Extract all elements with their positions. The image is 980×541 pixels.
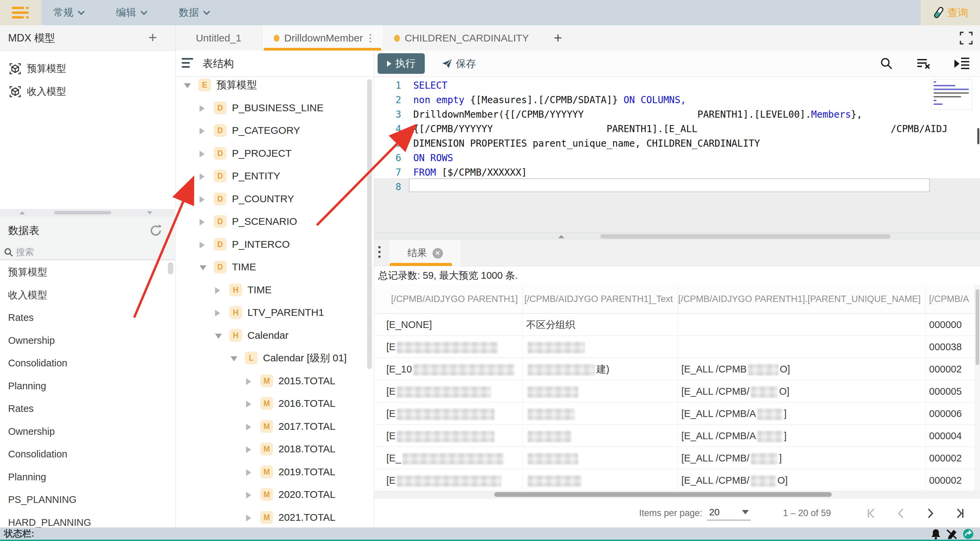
save-button[interactable]: 保存: [442, 51, 476, 77]
collapsed-arrow-icon[interactable]: [246, 469, 251, 476]
indent-format-icon[interactable]: [955, 57, 970, 70]
collapsed-arrow-icon[interactable]: [246, 401, 251, 407]
tree-node-2019.TOTAL[interactable]: M2019.TOTAL: [176, 460, 374, 483]
expanded-arrow-icon[interactable]: [231, 356, 237, 361]
code-editor[interactable]: 1SELECT2non empty {[Measures].[/CPMB/SDA…: [374, 77, 980, 232]
tree-node-Calendar[interactable]: HCalendar: [176, 324, 374, 347]
fullscreen-icon[interactable]: [959, 31, 973, 45]
tree-node-2020.TOTAL[interactable]: M2020.TOTAL: [176, 483, 374, 506]
tree-node-TIME[interactable]: HTIME: [176, 278, 374, 301]
tree-node-P_INTERCO[interactable]: DP_INTERCO: [176, 233, 374, 256]
tab-CHILDREN_CARDINALITY[interactable]: CHILDREN_CARDINALITY: [383, 25, 540, 51]
table-list-item[interactable]: 收入模型: [0, 284, 175, 306]
tab-Untitled_1[interactable]: Untitled_1: [175, 25, 262, 51]
query-button[interactable]: 查询: [921, 0, 980, 25]
next-page-icon[interactable]: [924, 508, 936, 519]
tree-node-预算模型[interactable]: E预算模型: [176, 77, 374, 96]
collapsed-arrow-icon[interactable]: [200, 196, 205, 203]
menu-1[interactable]: 常规: [53, 6, 85, 19]
tree-node-P_BUSINESS_LINE[interactable]: DP_BUSINESS_LINE: [176, 96, 374, 119]
tree-node-P_PROJECT[interactable]: DP_PROJECT: [176, 142, 374, 165]
collapsed-arrow-icon[interactable]: [215, 310, 220, 317]
table-search-input[interactable]: 搜索: [0, 245, 175, 260]
page-size-select[interactable]: 20: [707, 506, 751, 520]
menu-2[interactable]: 编辑: [116, 6, 148, 19]
collapsed-arrow-icon[interactable]: [200, 219, 205, 226]
collapsed-arrow-icon[interactable]: [200, 128, 205, 135]
column-header[interactable]: [/CPMB/AIDJYGO PARENTH1]: [374, 285, 523, 313]
editor-minimap[interactable]: [931, 79, 972, 110]
table-list-item[interactable]: HARD_PLANNING: [0, 511, 175, 528]
editor-vertical-scrollbar[interactable]: [977, 128, 979, 144]
tree-node-Calendar [级别 01][interactable]: LCalendar [级别 01]: [176, 347, 374, 369]
tree-node-2015.TOTAL[interactable]: M2015.TOTAL: [176, 369, 374, 392]
refresh-icon[interactable]: [149, 224, 162, 237]
tree-node-2016.TOTAL[interactable]: M2016.TOTAL: [176, 392, 374, 415]
tree-scrollbar[interactable]: [367, 79, 372, 369]
collapsed-arrow-icon[interactable]: [200, 151, 205, 158]
table-list-item[interactable]: Ownership: [0, 329, 175, 352]
collapse-up-icon[interactable]: [19, 212, 25, 214]
structure-menu-icon[interactable]: [182, 58, 193, 69]
column-header[interactable]: [/CPMB/AIDJYGO PARENTH1].[PARENT_UNIQUE_…: [678, 285, 926, 313]
editor-horizontal-scrollbar[interactable]: [600, 234, 890, 239]
tree-node-LTV_PARENTH1[interactable]: HLTV_PARENTH1: [176, 301, 374, 324]
results-tab[interactable]: 结果 ✕: [390, 240, 460, 266]
table-list-item[interactable]: Rates: [0, 306, 175, 329]
model-item-2[interactable]: 收入模型: [0, 80, 175, 103]
table-list-item[interactable]: Consolidation: [0, 352, 175, 374]
tree-node-2021.TOTAL[interactable]: M2021.TOTAL: [176, 506, 374, 528]
tree-node-2018.TOTAL[interactable]: M2018.TOTAL: [176, 438, 374, 460]
expanded-arrow-icon[interactable]: [215, 334, 222, 339]
add-tab-button[interactable]: +: [540, 25, 576, 51]
table-list-item[interactable]: 预算模型: [0, 261, 175, 283]
collapsed-arrow-icon[interactable]: [246, 515, 251, 522]
edit-disabled-icon[interactable]: [946, 528, 957, 539]
scrollbar-thumb[interactable]: [54, 211, 111, 214]
table-list-item[interactable]: Ownership: [0, 420, 175, 443]
table-list-item[interactable]: Consolidation: [0, 443, 175, 466]
collapsed-arrow-icon[interactable]: [200, 173, 205, 180]
collapsed-arrow-icon[interactable]: [200, 105, 205, 112]
column-header[interactable]: [/CPMB/AIDJYGO PARENTH1]_Text: [523, 285, 678, 313]
models-horizontal-scrollbar[interactable]: [0, 209, 175, 216]
menu-3[interactable]: 数据: [179, 6, 210, 19]
results-vertical-scrollbar[interactable]: [975, 285, 980, 490]
collapse-down-icon[interactable]: [147, 212, 153, 214]
editor-results-divider[interactable]: [374, 232, 980, 240]
results-horizontal-scrollbar[interactable]: [374, 490, 980, 499]
tab-DrilldownMember[interactable]: DrilldownMember: [262, 25, 383, 51]
model-item-1[interactable]: 预算模型: [0, 57, 175, 80]
table-list-item[interactable]: Rates: [0, 398, 175, 420]
column-header[interactable]: [/CPMB/A: [926, 285, 975, 313]
collapsed-arrow-icon[interactable]: [246, 446, 251, 453]
notification-bell-icon[interactable]: [931, 528, 941, 539]
collapsed-arrow-icon[interactable]: [246, 492, 251, 498]
table-list-item[interactable]: PS_PLANNING: [0, 488, 175, 511]
tree-node-P_SCENARIO[interactable]: DP_SCENARIO: [176, 210, 374, 233]
tab-menu-icon[interactable]: [369, 34, 371, 43]
collapsed-arrow-icon[interactable]: [246, 378, 251, 385]
collapsed-arrow-icon[interactable]: [200, 242, 205, 248]
tree-node-P_CATEGORY[interactable]: DP_CATEGORY: [176, 119, 374, 142]
run-button[interactable]: 执行: [377, 53, 425, 74]
last-page-icon[interactable]: [953, 508, 965, 519]
collapse-panel-icon[interactable]: [558, 235, 564, 238]
collapsed-arrow-icon[interactable]: [215, 287, 220, 294]
tree-node-2017.TOTAL[interactable]: M2017.TOTAL: [176, 415, 374, 438]
table-list-item[interactable]: Planning: [0, 375, 175, 398]
collapsed-arrow-icon[interactable]: [246, 424, 251, 430]
expanded-arrow-icon[interactable]: [184, 83, 191, 88]
table-list-scrollbar[interactable]: [168, 262, 173, 274]
first-page-icon[interactable]: [866, 508, 878, 519]
editor-search-icon[interactable]: [880, 57, 893, 70]
add-model-button[interactable]: +: [148, 25, 157, 51]
expanded-arrow-icon[interactable]: [200, 265, 206, 270]
results-menu-icon[interactable]: [378, 246, 380, 258]
tree-node-P_COUNTRY[interactable]: DP_COUNTRY: [176, 188, 374, 210]
tree-node-TIME[interactable]: DTIME: [176, 256, 374, 278]
previous-page-icon[interactable]: [896, 508, 907, 519]
table-list-item[interactable]: Planning: [0, 466, 175, 488]
tree-node-P_ENTITY[interactable]: DP_ENTITY: [176, 164, 374, 188]
clear-format-icon[interactable]: [916, 57, 931, 70]
